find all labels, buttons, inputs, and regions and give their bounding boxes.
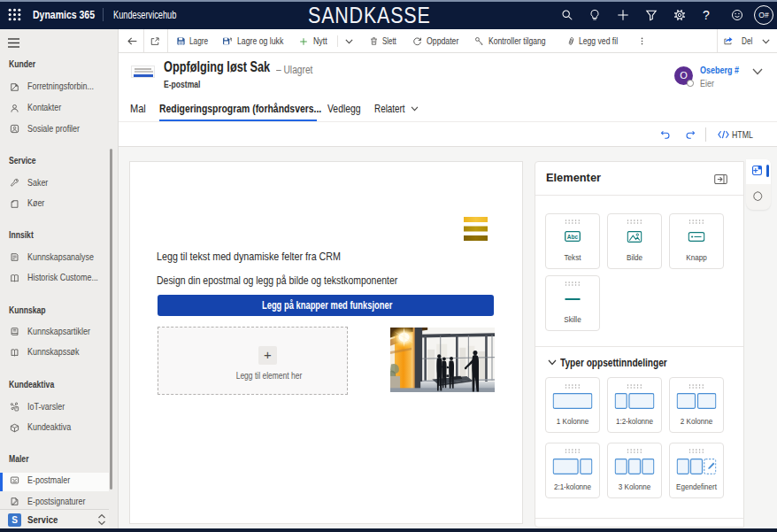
svg-text:Abc: Abc [567,233,579,239]
